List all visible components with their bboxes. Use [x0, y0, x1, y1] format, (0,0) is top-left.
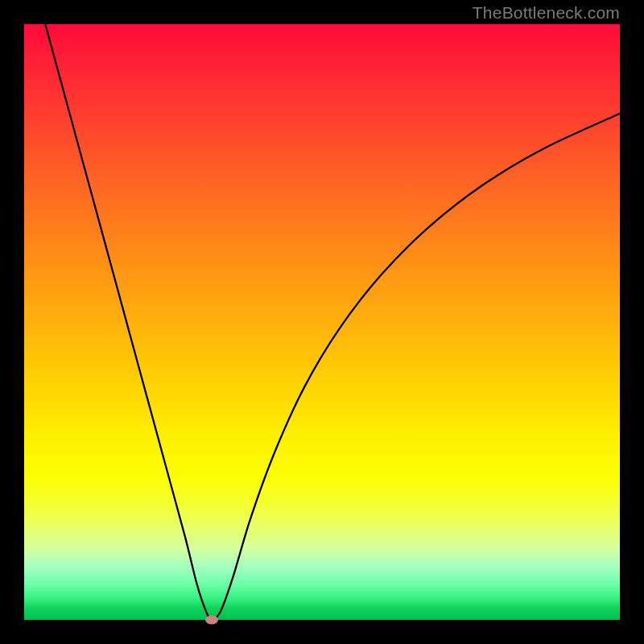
- minimum-marker: [205, 616, 218, 625]
- bottleneck-curve: [24, 24, 620, 620]
- chart-frame: TheBottleneck.com: [0, 0, 644, 644]
- plot-area: [24, 24, 620, 620]
- watermark-text: TheBottleneck.com: [473, 3, 620, 23]
